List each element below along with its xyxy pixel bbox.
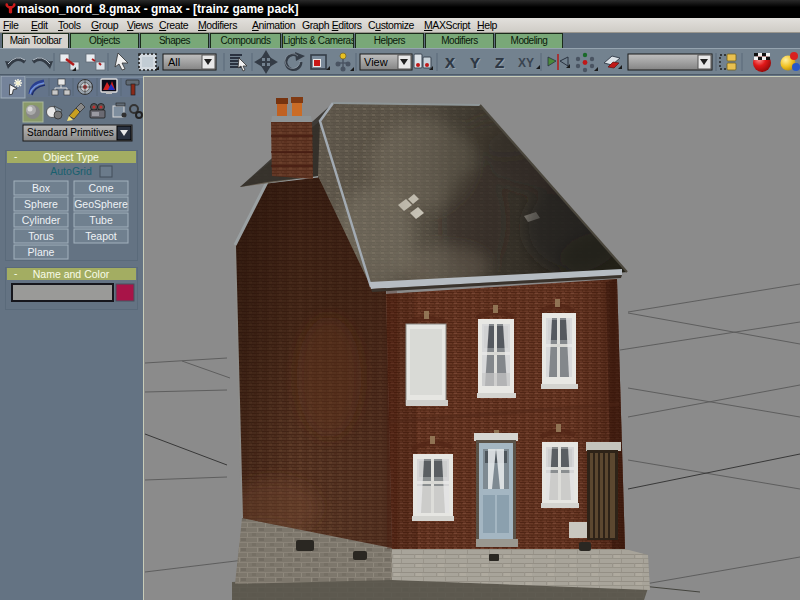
- svg-text:Y: Y: [470, 54, 480, 71]
- svg-text:Z: Z: [495, 54, 504, 71]
- svg-text:Standard Primitives: Standard Primitives: [27, 127, 114, 138]
- svg-text:AutoGrid: AutoGrid: [50, 165, 92, 177]
- svg-text:Teapot: Teapot: [85, 230, 117, 242]
- svg-text:All: All: [168, 56, 180, 68]
- svg-text:-: -: [14, 151, 17, 162]
- svg-text:Name and Color: Name and Color: [33, 268, 110, 280]
- svg-text:-: -: [14, 268, 17, 279]
- svg-text:GeoSphere: GeoSphere: [74, 198, 128, 210]
- svg-text:X: X: [445, 54, 455, 71]
- svg-text:Object Type: Object Type: [43, 151, 99, 163]
- svg-text:Tube: Tube: [89, 214, 113, 226]
- svg-text:Sphere: Sphere: [24, 198, 58, 210]
- svg-text:XY: XY: [518, 56, 534, 70]
- svg-text:Torus: Torus: [28, 230, 54, 242]
- svg-text:Cone: Cone: [88, 182, 113, 194]
- svg-text:View: View: [364, 56, 388, 68]
- svg-text:Cylinder: Cylinder: [22, 214, 61, 226]
- svg-text:Plane: Plane: [28, 246, 55, 258]
- svg-text:Box: Box: [32, 182, 51, 194]
